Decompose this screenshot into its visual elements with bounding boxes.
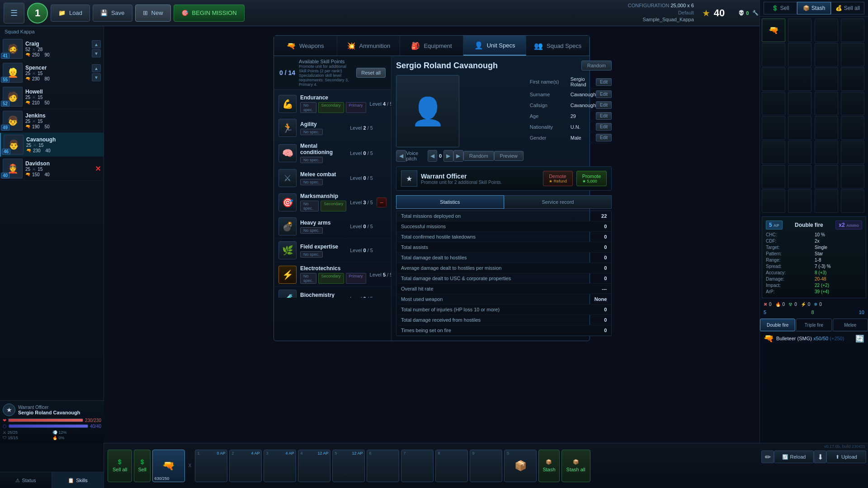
stash-slot-10[interactable] — [815, 67, 838, 91]
random-button[interactable]: Random — [581, 61, 612, 70]
slot-5[interactable]: 5 12 AP — [332, 450, 365, 482]
voice-pitch-up-button[interactable]: ▶ — [443, 150, 453, 162]
weapon-slot-active[interactable]: 🔫 630/250 — [152, 450, 185, 482]
stash-all-button[interactable]: 📦 Stash all — [561, 450, 590, 482]
stash-slot-16[interactable] — [762, 116, 785, 140]
reset-all-button[interactable]: Reset all — [356, 68, 386, 78]
stash-tab[interactable]: 📦 Stash — [797, 2, 830, 14]
stash-slot-29[interactable] — [788, 189, 811, 213]
stash-slot-11[interactable] — [841, 67, 864, 91]
edit-age-button[interactable]: Edit — [596, 112, 612, 120]
slot-9[interactable]: 9 — [470, 450, 502, 482]
load-button[interactable]: 📁 Load — [51, 5, 90, 22]
stash-slot-25[interactable] — [788, 165, 811, 188]
menu-icon-button[interactable]: ☰ — [4, 3, 24, 23]
stash-slot-30[interactable] — [815, 189, 838, 213]
edit-nationality-button[interactable]: Edit — [596, 123, 612, 131]
stash-slot-27[interactable] — [841, 165, 864, 188]
edit-first-name-button[interactable]: Edit — [596, 78, 612, 86]
sell-all-button[interactable]: 💲 Sell all — [108, 450, 132, 482]
unit-row-jenkins[interactable]: 👦 Jenkins 25⚔15 🔫190 50 49 — [0, 109, 104, 133]
slot-4[interactable]: 4 12 AP — [298, 450, 330, 482]
stash-slot-0[interactable]: 🔫 — [762, 19, 785, 42]
tab-weapons[interactable]: 🔫 Weapons — [274, 36, 337, 56]
tab-ammunition[interactable]: 💥 Ammunition — [337, 36, 401, 56]
unit-row-craig[interactable]: 🧔 Craig 52⚔28 🔫250 90 ▲▼ 41 — [0, 37, 104, 61]
sell-tab[interactable]: 💲 Sell — [764, 2, 797, 14]
field-surname: Surname Cavanough Edit — [530, 89, 612, 100]
sell-all-tab[interactable]: 💰 Sell all — [831, 2, 864, 14]
voice-pitch-down-button[interactable]: ◀ — [428, 150, 438, 162]
unit-row-howell[interactable]: 🧑 Howell 25⚔15 🔫210 50 52 — [0, 85, 104, 109]
fire-mode-triple[interactable]: Triple fire — [796, 319, 831, 331]
stash-slot-5[interactable] — [788, 43, 811, 66]
stash-slot-13[interactable] — [788, 92, 811, 115]
begin-mission-button[interactable]: 🎯 BEGIN MISSION — [174, 5, 245, 22]
unit-chevrons[interactable]: ▲▼ — [92, 64, 101, 81]
stash-slot-22[interactable] — [815, 141, 838, 164]
stash-slot-19[interactable] — [841, 116, 864, 140]
ammo-action-icon[interactable]: 🔄 — [855, 334, 864, 343]
portrait-random-button[interactable]: Random — [463, 151, 494, 161]
status-nav-btn[interactable]: ⚠ Status — [0, 472, 52, 488]
edit-callsign-button[interactable]: Edit — [596, 101, 612, 109]
stash-slot-6[interactable] — [815, 43, 838, 66]
service-record-tab[interactable]: Service record — [504, 195, 612, 209]
edit-icon-button[interactable]: ✏ — [761, 450, 774, 463]
stash-slot-20[interactable] — [762, 141, 785, 164]
slot-2[interactable]: 2 4 AP — [229, 450, 262, 482]
edit-gender-button[interactable]: Edit — [596, 134, 612, 141]
save-button[interactable]: 💾 Save — [93, 5, 132, 22]
stash-slot-9[interactable] — [788, 67, 811, 91]
unit-row-cavanough[interactable]: 👨 Cavanough 25⚔15 🔫230 40 46 — [0, 133, 104, 157]
unit-row-davidson[interactable]: 👲 Davidson 25⚔15 🔫150 40 ✕ 40 — [0, 157, 104, 181]
portrait-next-button[interactable]: ▶ — [453, 150, 463, 162]
new-button[interactable]: ⊞ New — [135, 5, 171, 22]
slot-7[interactable]: 7 — [401, 450, 434, 482]
reload-button[interactable]: 🔃 Reload — [774, 450, 814, 463]
unit-row-spencer[interactable]: 👱 Spencer 25⚔15 🔫230 80 ▲▼ 55 — [0, 61, 104, 85]
stash-slot-8[interactable] — [762, 67, 785, 91]
stash-button[interactable]: 📦 Stash — [538, 450, 559, 482]
stash-slot-15[interactable] — [841, 92, 864, 115]
sell-button[interactable]: 💲 Sell — [134, 450, 150, 482]
fire-mode-double[interactable]: Double fire — [760, 319, 795, 331]
portrait-prev-button[interactable]: ◀ — [396, 150, 406, 162]
upload-button[interactable]: ⬆ Upload — [826, 450, 866, 463]
demote-button[interactable]: Demote ★ Refund — [543, 171, 573, 186]
stash-slot-7[interactable] — [841, 43, 864, 66]
stash-slot-28[interactable] — [762, 189, 785, 213]
stash-slot-1[interactable] — [788, 19, 811, 42]
stash-slot-12[interactable] — [762, 92, 785, 115]
download-icon-button[interactable]: ⬇ — [814, 450, 826, 463]
version-text: v0.17.0b, build 230421 — [760, 443, 868, 450]
slot-s[interactable]: S 📦 — [504, 450, 537, 482]
tab-squad-specs[interactable]: 👥 Squad Specs — [526, 36, 590, 56]
stash-slot-14[interactable] — [815, 92, 838, 115]
promote-button[interactable]: Promote ★ 5,000 — [576, 171, 607, 186]
stash-slot-31[interactable] — [841, 189, 864, 213]
stash-slot-23[interactable] — [841, 141, 864, 164]
left-panel: Squad Kappa 🧔 Craig 52⚔28 🔫250 90 ▲▼ 41 … — [0, 26, 104, 488]
stash-slot-17[interactable] — [788, 116, 811, 140]
slot-6[interactable]: 6 — [367, 450, 399, 482]
stash-slot-2[interactable] — [815, 19, 838, 42]
slot-8[interactable]: 8 — [435, 450, 468, 482]
stash-slot-24[interactable] — [762, 165, 785, 188]
stash-slot-26[interactable] — [815, 165, 838, 188]
fire-mode-melee[interactable]: Melee — [833, 319, 868, 331]
statistics-tab[interactable]: Statistics — [396, 195, 504, 209]
slot-1[interactable]: 1 0 AP — [195, 450, 227, 482]
edit-surname-button[interactable]: Edit — [596, 90, 612, 98]
tab-equipment[interactable]: 🎒 Equipment — [400, 36, 463, 56]
slot-3[interactable]: 3 4 AP — [264, 450, 296, 482]
skills-nav-btn[interactable]: 📋 Skills — [52, 472, 104, 488]
tab-unit-specs[interactable]: 👤 Unit Specs — [463, 36, 527, 56]
stash-slot-18[interactable] — [815, 116, 838, 140]
portrait-preview-button[interactable]: Preview — [494, 151, 524, 161]
skill-minus-btn[interactable]: − — [377, 197, 387, 207]
unit-chevrons[interactable]: ▲▼ — [92, 40, 101, 57]
stash-slot-3[interactable] — [841, 19, 864, 42]
stash-slot-4[interactable] — [762, 43, 785, 66]
stash-slot-21[interactable] — [788, 141, 811, 164]
